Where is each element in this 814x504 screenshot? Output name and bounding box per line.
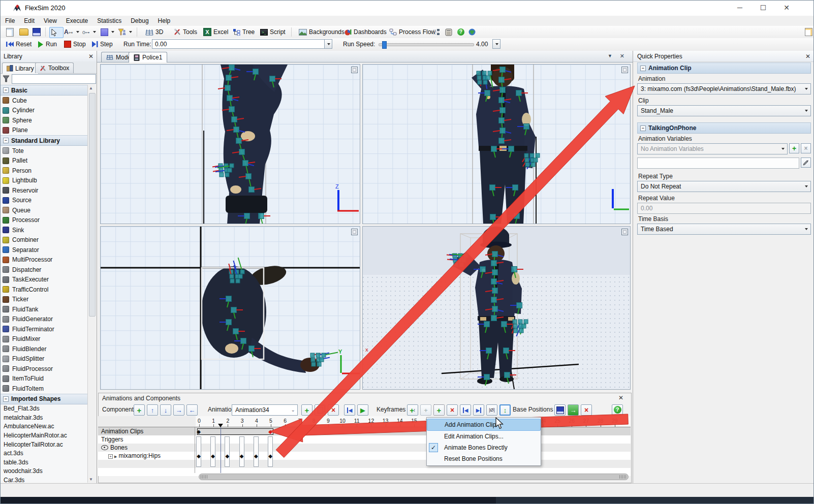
library-item-person[interactable]: Person — [1, 166, 87, 176]
delete-keyframe-button[interactable]: × — [447, 404, 458, 416]
connect-center-ports-button[interactable]: o⊶ — [81, 27, 98, 37]
library-section-imported-shapes[interactable]: −Imported Shapes — [1, 394, 87, 404]
menu-item-help[interactable]: Help — [153, 16, 175, 26]
outdent-component-button[interactable]: ← — [186, 404, 198, 416]
3d-view-button[interactable]: 3D — [144, 27, 165, 37]
animation-to-start-button[interactable]: ◀ — [344, 404, 355, 416]
collapse-icon[interactable]: − — [3, 396, 9, 402]
run-speed-slider[interactable] — [379, 43, 474, 46]
library-item-plane[interactable]: Plane — [1, 125, 87, 136]
timeline-row-animation-clips[interactable]: Animation Clips — [98, 427, 631, 435]
run-time-input[interactable]: 0.00 — [152, 39, 325, 49]
library-item-sink[interactable]: Sink — [1, 225, 87, 235]
viewport-top-view[interactable]: Y — [100, 226, 360, 390]
highlight-tool-button[interactable] — [116, 27, 134, 37]
library-item-separator[interactable]: Separator — [1, 245, 87, 255]
scroll-up-icon[interactable]: ▲ — [89, 86, 93, 90]
qp-variable-value-input[interactable] — [637, 158, 799, 169]
library-item-pallet[interactable]: Pallet — [1, 156, 87, 166]
viewport-maximize-icon[interactable] — [351, 229, 358, 235]
draw-objects-button[interactable] — [99, 27, 116, 37]
collapse-icon[interactable]: − — [640, 66, 646, 71]
library-item-reservoir[interactable]: Reservoir — [1, 185, 87, 196]
indent-component-button[interactable]: → — [173, 404, 184, 416]
qp-add-variable-button[interactable]: + — [789, 143, 799, 153]
model-view-panel-button[interactable] — [444, 27, 454, 37]
save-base-positions-button[interactable] — [554, 404, 566, 416]
open-button[interactable] — [18, 27, 30, 37]
delete-animation-button[interactable]: × — [328, 404, 339, 416]
library-item-act-3ds[interactable]: act.3ds — [1, 449, 87, 458]
tools-button[interactable]: Tools — [172, 27, 199, 37]
viewport-maximize-icon[interactable] — [351, 67, 358, 73]
apply-base-positions-button[interactable]: → — [568, 404, 579, 416]
keyframe-zoom-button[interactable]: |Ø| — [486, 404, 497, 416]
library-item-queue[interactable]: Queue — [1, 205, 87, 215]
library-item-bed-flat-3ds[interactable]: Bed_Flat.3ds — [1, 404, 87, 414]
tree-button[interactable]: Tree — [231, 27, 256, 37]
connect-objects-button[interactable]: A⊶ — [62, 27, 81, 37]
library-item-fluidprocessor[interactable]: FluidProcessor — [1, 364, 87, 374]
backgrounds-button[interactable]: Backgrounds — [297, 27, 346, 37]
context-menu-item-add-animation-clip[interactable]: Add Animation Clip — [427, 419, 541, 431]
add-component-button[interactable]: + — [134, 404, 145, 416]
new-model-button[interactable] — [5, 27, 15, 37]
scroll-down-icon[interactable]: ▼ — [89, 477, 93, 482]
qp-section-talkingonphone[interactable]: −TalkingOnPhone — [637, 122, 811, 134]
animations-help-button[interactable]: ? — [612, 404, 623, 416]
expand-icon[interactable]: + — [108, 454, 113, 459]
library-item-fluidblender[interactable]: FluidBlender — [1, 344, 87, 354]
step-button[interactable]: Step — [90, 39, 114, 49]
qp-repeat-value-input[interactable]: 0.00 — [637, 203, 811, 214]
eye-icon[interactable] — [101, 445, 108, 450]
previous-keyframe-button[interactable]: ◀ — [460, 404, 471, 416]
library-item-ticker[interactable]: Ticker — [1, 295, 87, 305]
tab-list-chevron-icon[interactable]: ▼ — [608, 53, 612, 58]
library-scrollbar-thumb[interactable] — [89, 93, 96, 317]
library-item-helicoptermainrotor-ac[interactable]: HelicopterMainRotor.ac — [1, 431, 87, 440]
library-item-source[interactable]: Source — [1, 196, 87, 206]
help-button[interactable]: ? — [456, 27, 466, 37]
timeline-scrollbar[interactable] — [199, 474, 629, 480]
process-flow-button[interactable]: Process Flow — [388, 27, 437, 37]
context-menu-item-reset-bone-positions[interactable]: Reset Bone Positions — [427, 453, 541, 464]
keyframe-diamond[interactable]: ◆ — [211, 453, 215, 459]
menu-item-file[interactable]: File — [1, 16, 19, 26]
process-flow-view-button[interactable] — [431, 27, 442, 37]
library-item-fluidsplitter[interactable]: FluidSplitter — [1, 354, 87, 364]
expand-arrow-icon[interactable]: ▶ — [114, 455, 117, 458]
timeline-ruler[interactable]: 0123456789101112131415161718192021222324… — [196, 416, 631, 427]
animation-select[interactable]: Animation34 ⌄ — [232, 404, 298, 416]
library-scrollbar[interactable]: ▲ ▼ — [87, 85, 97, 483]
qp-repeat-type-dropdown[interactable]: Do Not Repeat — [637, 181, 811, 192]
move-component-up-button[interactable]: ↑ — [147, 404, 158, 416]
tab-police1[interactable]: Police1 — [129, 52, 167, 62]
delete-base-positions-button[interactable]: × — [581, 404, 592, 416]
library-item-fluidterminator[interactable]: FluidTerminator — [1, 324, 87, 334]
add-keyframe-button[interactable]: +↕ — [407, 404, 418, 416]
animations-panel-close-icon[interactable]: ✕ — [618, 394, 623, 401]
trigger-slot[interactable] — [268, 436, 273, 467]
clip-keyframe-diamond[interactable]: ◆ — [197, 429, 201, 434]
library-item-fluidmixer[interactable]: FluidMixer — [1, 334, 87, 344]
next-keyframe-button[interactable]: ▶ — [473, 404, 484, 416]
qp-delete-variable-button[interactable]: × — [801, 143, 811, 153]
clip-keyframe-diamond[interactable]: ◆ — [268, 429, 272, 434]
qp-sampler-button[interactable] — [801, 158, 811, 168]
run-speed-dropdown-button[interactable] — [492, 39, 500, 49]
timeline-row-mixamorig-hips[interactable]: +▶mixamorig:Hips — [98, 452, 631, 460]
add-animation-button[interactable]: + — [301, 404, 312, 416]
sort-keyframes-button[interactable]: ↕ — [499, 404, 511, 416]
library-item-combiner[interactable]: Combiner — [1, 235, 87, 245]
add-keyframe-disabled-button[interactable]: + — [420, 404, 431, 416]
library-item-trafficcontrol[interactable]: TrafficControl — [1, 285, 87, 295]
play-animation-button[interactable]: ▶ — [357, 404, 368, 416]
scrollbar-grip-right[interactable] — [619, 475, 627, 479]
copy-animation-button[interactable] — [315, 404, 326, 416]
quick-properties-close-icon[interactable]: ✕ — [805, 53, 810, 60]
viewport-side-view[interactable]: Z — [100, 64, 360, 224]
keyframe-diamond[interactable]: ◆ — [254, 453, 258, 459]
trigger-slot[interactable] — [239, 436, 244, 467]
minimize-button[interactable]: ─ — [728, 1, 752, 15]
trigger-slot[interactable] — [196, 436, 201, 467]
